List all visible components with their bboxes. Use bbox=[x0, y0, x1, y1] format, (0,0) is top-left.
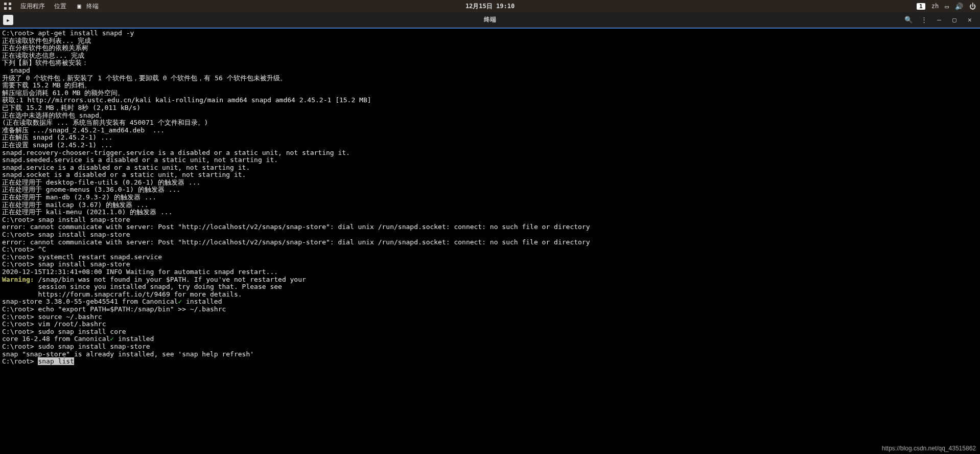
places-menu[interactable]: 位置 bbox=[54, 2, 66, 11]
input-method-indicator[interactable]: zh bbox=[931, 3, 939, 10]
maximize-button[interactable]: ▢ bbox=[947, 14, 962, 26]
menu-button[interactable]: ⋮ bbox=[917, 14, 931, 26]
terminal-menu-label: 终端 bbox=[86, 3, 99, 10]
system-topbar: 应用程序 位置 ▣ 终端 12月15日 19:10 1 zh ▭ 🔊 ⏻ bbox=[0, 0, 980, 12]
terminal-menu-item[interactable]: ▣ 终端 bbox=[76, 2, 99, 11]
power-icon[interactable]: ⏻ bbox=[969, 3, 976, 10]
terminal-output[interactable]: C:\root> apt-get install snapd -y正在读取软件包… bbox=[0, 28, 980, 454]
search-button[interactable]: 🔍 bbox=[901, 14, 916, 26]
applications-menu[interactable]: 应用程序 bbox=[20, 2, 45, 11]
watermark: https://blog.csdn.net/qq_43515862 bbox=[882, 445, 976, 452]
activities-icon[interactable] bbox=[4, 3, 11, 10]
workspace-indicator[interactable]: 1 bbox=[917, 3, 925, 10]
clock[interactable]: 12月15日 19:10 bbox=[465, 2, 515, 11]
window-title: 终端 bbox=[484, 15, 496, 24]
terminal-icon: ▣ bbox=[76, 3, 83, 10]
new-tab-button[interactable]: ▸ bbox=[3, 15, 13, 25]
minimize-button[interactable]: — bbox=[932, 14, 946, 26]
volume-icon[interactable]: 🔊 bbox=[955, 3, 963, 10]
terminal-titlebar: ▸ 终端 🔍 ⋮ — ▢ ✕ bbox=[0, 12, 980, 28]
close-button[interactable]: ✕ bbox=[963, 14, 977, 26]
screen-icon[interactable]: ▭ bbox=[945, 3, 949, 10]
